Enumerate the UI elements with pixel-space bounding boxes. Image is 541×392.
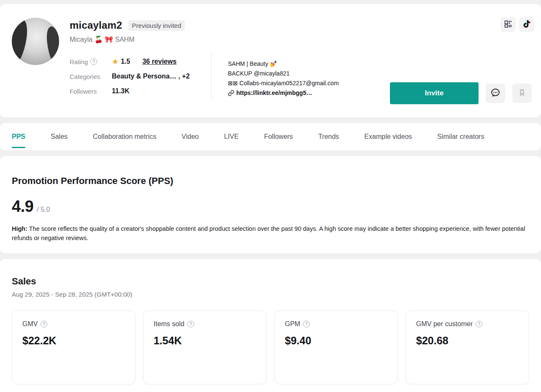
display-name: Micayla 🍒 🎀 SAHM xyxy=(70,35,135,43)
help-question-icon[interactable]: ? xyxy=(41,321,47,327)
message-bubble-icon xyxy=(490,87,501,100)
bio-line-email: ⊠⊠ Collabs-micaylam052217@gmail.com xyxy=(228,78,339,88)
followers-label: Followers xyxy=(70,88,112,95)
pps-description: High: The score reflects the quality of … xyxy=(12,224,529,243)
pps-section: Promotion Performance Score (PPS) 4.9 / … xyxy=(0,156,541,253)
tab-collaboration-metrics[interactable]: Collaboration metrics xyxy=(93,123,156,150)
categories-label: Categories xyxy=(70,73,112,80)
gmv-label: GMV xyxy=(22,320,38,328)
help-question-icon[interactable]: ? xyxy=(90,58,97,65)
items-sold-label: Items sold xyxy=(154,320,184,328)
qr-code-button[interactable] xyxy=(500,17,516,32)
sales-title: Sales xyxy=(12,276,529,287)
bio-link-text[interactable]: https://linktr.ee/mjmbgg5… xyxy=(236,88,312,98)
followers-value: 11.3K xyxy=(112,87,130,95)
star-icon: ★ xyxy=(112,58,119,65)
metric-card-gpm: GPM ? $9.40 xyxy=(274,311,398,384)
tab-trends[interactable]: Trends xyxy=(318,123,339,150)
tab-video[interactable]: Video xyxy=(181,123,199,150)
categories-row: Categories Beauty & Persona… , +2 xyxy=(70,72,190,81)
tiktok-logo-icon xyxy=(522,19,531,30)
bookmark-button[interactable] xyxy=(512,84,532,103)
tab-followers[interactable]: Followers xyxy=(264,123,293,150)
help-question-icon[interactable]: ? xyxy=(476,321,482,327)
metric-card-items-sold: Items sold ? 1.54K xyxy=(143,311,267,384)
profile-panel: micaylam2 Previously invited Micayla 🍒 🎀… xyxy=(0,4,541,117)
gmv-per-customer-value: $20.68 xyxy=(416,335,519,347)
previously-invited-badge: Previously invited xyxy=(128,20,185,31)
bio-line-1: SAHM | Beauty 💅 xyxy=(228,59,339,69)
avatar xyxy=(12,18,59,65)
bookmark-add-icon xyxy=(517,88,527,99)
rating-label: Rating xyxy=(70,58,88,65)
categories-value: Beauty & Persona… , +2 xyxy=(112,73,190,80)
sales-date-range: Aug 29, 2025 - Sep 28, 2025 (GMT+00:00) xyxy=(12,291,529,298)
link-icon xyxy=(228,90,234,96)
pps-title: Promotion Performance Score (PPS) xyxy=(12,176,529,187)
card-label-row: GPM ? xyxy=(285,320,387,328)
top-icon-buttons xyxy=(500,17,534,32)
gpm-value: $9.40 xyxy=(285,335,387,347)
items-sold-value: 1.54K xyxy=(154,335,256,347)
username: micaylam2 xyxy=(70,19,122,31)
tab-bar: PPS Sales Collaboration metrics Video LI… xyxy=(0,123,541,150)
tab-similar-creators[interactable]: Similar creators xyxy=(437,123,484,150)
qr-code-icon xyxy=(504,20,512,30)
reviews-link[interactable]: 36 reviews xyxy=(142,58,176,65)
pps-score-row: 4.9 / 5.0 xyxy=(12,197,529,216)
tab-example-videos[interactable]: Example videos xyxy=(364,123,412,150)
rating-value: 1.5 xyxy=(121,58,130,65)
metric-card-gmv-per-customer: GMV per customer ? $20.68 xyxy=(406,311,529,384)
rating-value-wrap: ★ 1.5 36 reviews xyxy=(112,58,176,65)
gpm-label: GPM xyxy=(285,320,300,328)
bio-line-2: BACKUP @micayla821 xyxy=(228,69,339,78)
help-question-icon[interactable]: ? xyxy=(303,321,310,327)
rating-label-wrap: Rating ? xyxy=(70,58,112,65)
vertical-divider xyxy=(211,53,211,99)
pps-score: 4.9 xyxy=(12,197,33,216)
pps-description-text: The score reflects the quality of a crea… xyxy=(12,225,525,241)
pps-score-suffix: / 5.0 xyxy=(37,206,50,214)
tiktok-profile-button[interactable] xyxy=(519,17,534,32)
card-label-row: GMV ? xyxy=(22,320,125,328)
invite-button[interactable]: Invite xyxy=(390,82,479,104)
sales-section: Sales Aug 29, 2025 - Sep 28, 2025 (GMT+0… xyxy=(0,259,541,392)
divider xyxy=(136,58,136,65)
followers-row: Followers 11.3K xyxy=(70,87,190,95)
name-row: micaylam2 Previously invited xyxy=(70,19,185,31)
gmv-value: $22.2K xyxy=(22,335,125,347)
tab-pps[interactable]: PPS xyxy=(12,123,25,150)
message-button[interactable] xyxy=(486,84,505,103)
metric-card-gmv: GMV ? $22.2K xyxy=(12,311,135,384)
bio-line-link[interactable]: https://linktr.ee/mjmbgg5… xyxy=(228,88,339,98)
card-label-row: Items sold ? xyxy=(154,320,256,328)
stats-block: Rating ? ★ 1.5 36 reviews Categories Bea… xyxy=(70,57,190,102)
gmv-per-customer-label: GMV per customer xyxy=(416,320,473,328)
tab-live[interactable]: LIVE xyxy=(224,123,239,150)
card-label-row: GMV per customer ? xyxy=(416,320,519,328)
pps-description-level: High: xyxy=(12,225,27,232)
rating-row: Rating ? ★ 1.5 36 reviews xyxy=(70,57,190,66)
help-question-icon[interactable]: ? xyxy=(187,321,194,327)
action-buttons: Invite xyxy=(390,82,532,104)
tab-sales[interactable]: Sales xyxy=(51,123,68,150)
bio-block: SAHM | Beauty 💅 BACKUP @micayla821 ⊠⊠ Co… xyxy=(228,59,339,98)
sales-cards: GMV ? $22.2K Items sold ? 1.54K GPM ? $9… xyxy=(12,311,529,384)
